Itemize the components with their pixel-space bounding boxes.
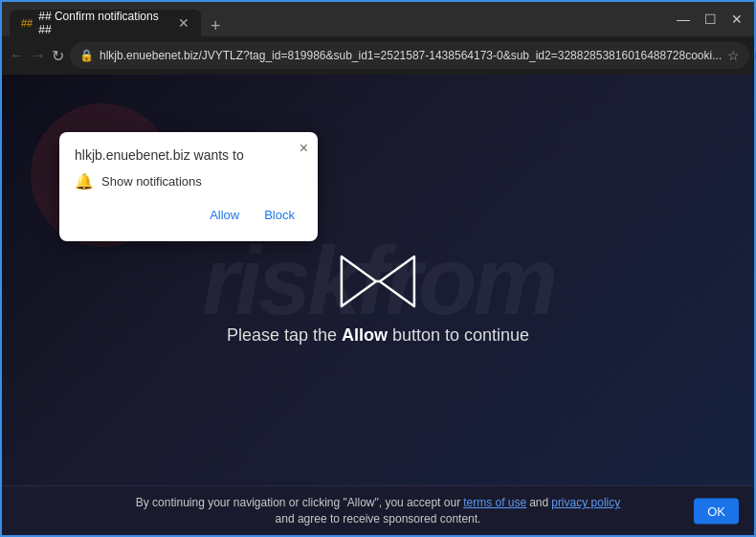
- footer-text2: and: [529, 496, 548, 509]
- active-tab[interactable]: ## ## Confirm notifications ## ✕: [10, 10, 201, 36]
- back-button[interactable]: ←: [10, 43, 25, 68]
- bowtie-icon: [340, 252, 416, 309]
- footer-content: By continuing your navigation or clickin…: [91, 496, 665, 526]
- nav-bar: ← → ↻ 🔒 hlkjb.enuebenet.biz/JVYTLZ?tag_i…: [2, 36, 754, 75]
- window-controls: — ☐ ✕: [674, 11, 746, 27]
- bookmark-icon[interactable]: ☆: [727, 48, 740, 63]
- popup-close-button[interactable]: ×: [300, 140, 308, 157]
- popup-row: 🔔 Show notifications: [75, 172, 302, 190]
- svg-marker-1: [380, 256, 414, 305]
- notification-popup: × hlkjb.enuebenet.biz wants to 🔔 Show no…: [59, 132, 318, 241]
- forward-button[interactable]: →: [31, 43, 46, 68]
- block-button[interactable]: Block: [256, 204, 302, 226]
- tab-label: ## Confirm notifications ##: [38, 10, 168, 36]
- maximize-button[interactable]: ☐: [700, 11, 720, 27]
- address-text: hlkjb.enuebenet.biz/JVYTLZ?tag_id=819986…: [100, 49, 722, 62]
- footer-text1: By continuing your navigation or clickin…: [136, 496, 460, 509]
- privacy-policy-link[interactable]: privacy policy: [551, 496, 620, 509]
- address-bar[interactable]: 🔒 hlkjb.enuebenet.biz/JVYTLZ?tag_id=8199…: [70, 42, 749, 69]
- popup-title: hlkjb.enuebenet.biz wants to: [75, 147, 302, 163]
- main-text-after: button to continue: [388, 324, 529, 344]
- center-content: Please tap the Allow button to continue: [227, 252, 529, 345]
- main-text-bold: Allow: [342, 324, 388, 344]
- browser-window: ## ## Confirm notifications ## ✕ + — ☐ ✕…: [0, 0, 756, 537]
- tab-bar: ## ## Confirm notifications ## ✕ +: [10, 2, 674, 36]
- footer-text3: and agree to receive sponsored content.: [276, 512, 481, 526]
- ok-button[interactable]: OK: [694, 498, 739, 524]
- lock-icon: 🔒: [79, 49, 94, 62]
- title-bar: ## ## Confirm notifications ## ✕ + — ☐ ✕: [2, 2, 754, 36]
- minimize-button[interactable]: —: [674, 11, 693, 27]
- main-text: Please tap the Allow button to continue: [227, 324, 529, 345]
- tab-close-btn[interactable]: ✕: [178, 15, 189, 31]
- tab-icon: ##: [21, 17, 33, 29]
- page-content: riskfrom × hlkjb.enuebenet.biz wants to …: [2, 75, 754, 485]
- terms-of-use-link[interactable]: terms of use: [463, 496, 526, 509]
- svg-marker-0: [342, 256, 376, 305]
- footer-bar: By continuing your navigation or clickin…: [2, 485, 754, 535]
- bell-icon: 🔔: [75, 172, 94, 190]
- main-text-before: Please tap the: [227, 324, 342, 344]
- popup-buttons: Allow Block: [75, 204, 302, 226]
- new-tab-button[interactable]: +: [207, 16, 225, 36]
- popup-show-notifications-label: Show notifications: [101, 174, 202, 189]
- allow-button[interactable]: Allow: [202, 204, 247, 226]
- reload-button[interactable]: ↻: [52, 43, 64, 68]
- close-button[interactable]: ✕: [727, 11, 746, 27]
